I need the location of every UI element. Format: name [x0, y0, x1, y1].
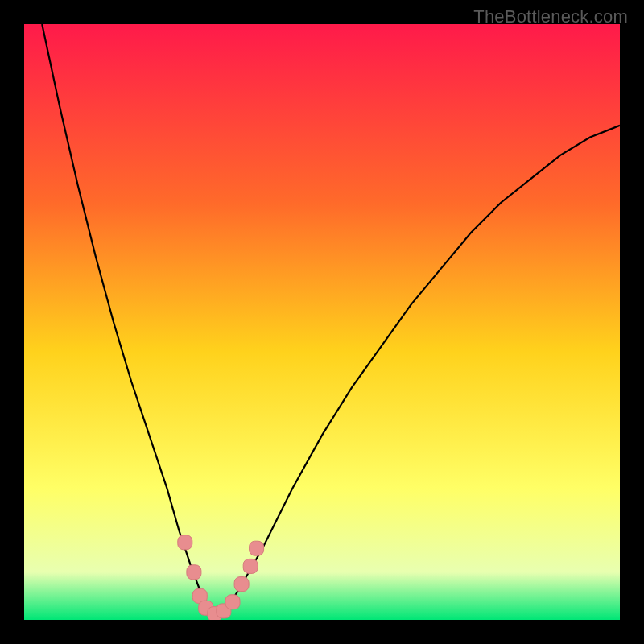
marker-point: [187, 565, 201, 580]
marker-point: [234, 577, 249, 592]
marker-point: [250, 541, 264, 555]
chart-container: TheBottleneck.com: [0, 0, 644, 644]
watermark-text: TheBottleneck.com: [473, 6, 628, 27]
chart-svg: [24, 24, 620, 620]
marker-point: [243, 559, 258, 573]
marker-point: [225, 595, 240, 609]
plot-area: [24, 24, 620, 620]
marker-point: [178, 535, 192, 550]
